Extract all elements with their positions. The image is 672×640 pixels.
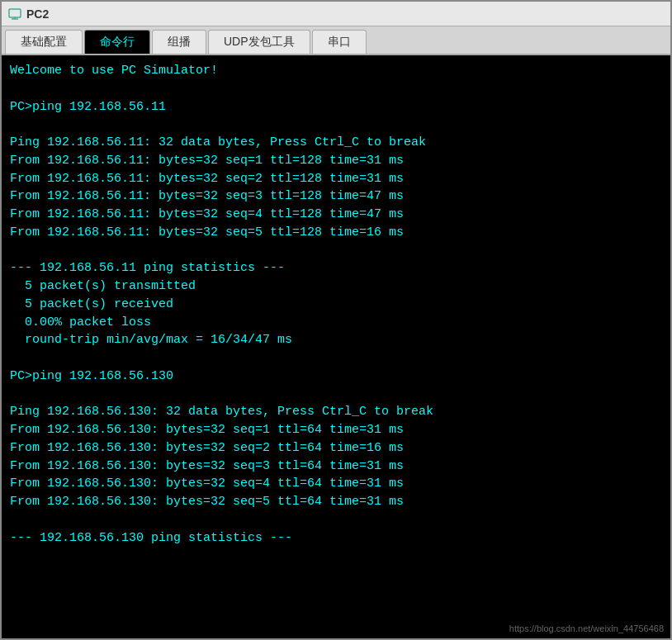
window-title: PC2 xyxy=(26,7,49,21)
tab-bar: 基础配置 命令行 组播 UDP发包工具 串口 xyxy=(2,26,670,55)
tab-udp[interactable]: UDP发包工具 xyxy=(208,30,310,54)
main-window: PC2 基础配置 命令行 组播 UDP发包工具 串口 Welcome to us… xyxy=(0,0,672,640)
tab-multicast[interactable]: 组播 xyxy=(152,30,206,54)
svg-rect-0 xyxy=(9,9,21,17)
tab-basic[interactable]: 基础配置 xyxy=(5,30,83,54)
tab-cmd[interactable]: 命令行 xyxy=(84,30,150,54)
terminal-container: Welcome to use PC Simulator! PC>ping 192… xyxy=(2,55,670,638)
terminal-output[interactable]: Welcome to use PC Simulator! PC>ping 192… xyxy=(2,55,670,638)
tab-serial[interactable]: 串口 xyxy=(312,30,367,54)
window-icon xyxy=(8,7,21,21)
watermark: https://blog.csdn.net/weixin_44756468 xyxy=(509,623,664,633)
title-bar: PC2 xyxy=(2,2,670,26)
